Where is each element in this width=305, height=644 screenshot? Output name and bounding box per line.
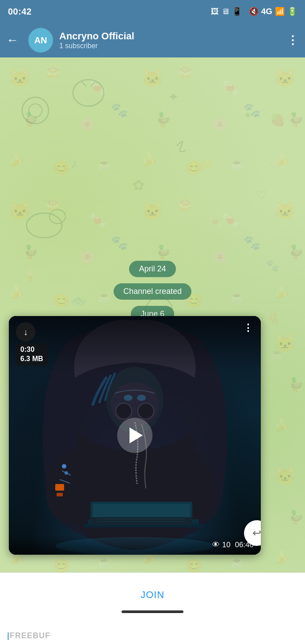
svg-point-1	[29, 104, 42, 117]
svg-point-27	[138, 403, 154, 419]
svg-text:🦴: 🦴	[265, 156, 281, 171]
mute-icon: 🔇	[249, 7, 259, 16]
join-button[interactable]: JOIN	[141, 589, 164, 601]
video-top-bar: ↓ 0:30 6.3 MB ⋮	[9, 316, 261, 372]
svg-point-0	[22, 97, 49, 124]
svg-point-35	[65, 471, 68, 475]
signal-label: 4G	[261, 7, 272, 16]
video-message[interactable]: ↓ 0:30 6.3 MB ⋮ 👁 10 06:40 ↩	[9, 316, 261, 555]
svg-text:🍬: 🍬	[208, 214, 223, 229]
svg-point-34	[62, 464, 66, 469]
svg-line-4	[91, 82, 95, 86]
svg-rect-32	[55, 484, 64, 491]
channel-created-badge: Channel created	[114, 283, 191, 300]
svg-text:✦: ✦	[168, 90, 179, 104]
play-icon	[130, 427, 143, 443]
header-info[interactable]: Ancryno Official 1 subscriber	[59, 30, 277, 50]
more-options-button[interactable]: ⋮	[283, 32, 299, 49]
svg-text:⭐: ⭐	[199, 156, 214, 171]
chat-header: ← AN Ancryno Official 1 subscriber ⋮	[0, 23, 305, 57]
download-button[interactable]: ↓	[16, 322, 35, 342]
svg-rect-40	[91, 517, 192, 525]
eye-icon: 👁	[212, 541, 220, 549]
svg-point-29	[137, 395, 146, 401]
nav-indicator	[122, 610, 183, 613]
mobile-icon: 📱	[232, 7, 242, 16]
status-icons: 🖼 🖥 📱 🔇 4G 📶 🔋	[211, 7, 297, 16]
forward-icon: ↩	[252, 527, 261, 539]
battery-icon: 🔋	[287, 7, 297, 16]
svg-text:☕: ☕	[270, 347, 285, 361]
gallery-icon: 🖼	[211, 7, 219, 16]
svg-rect-33	[57, 493, 63, 496]
channel-name: Ancryno Official	[59, 30, 277, 42]
download-icon: ↓	[23, 327, 28, 337]
video-more-button[interactable]: ⋮	[243, 322, 254, 334]
svg-text:🍓: 🍓	[270, 112, 285, 127]
svg-text:♡: ♡	[256, 188, 267, 202]
screen-icon: 🖥	[221, 7, 229, 16]
svg-text:✿: ✿	[133, 177, 145, 193]
system-messages-container: April 24 Channel created June 6	[0, 261, 305, 322]
svg-point-9	[27, 213, 62, 238]
svg-text:♪: ♪	[71, 156, 77, 171]
video-time-size: 0:30 6.3 MB	[16, 343, 48, 366]
status-bar: 00:42 🖼 🖥 📱 🔇 4G 📶 🔋	[0, 0, 305, 23]
svg-point-26	[116, 403, 132, 419]
svg-point-28	[124, 395, 133, 401]
bottom-bar: JOIN	[0, 572, 305, 617]
video-views: 👁 10	[212, 541, 231, 549]
status-time: 00:42	[8, 7, 32, 17]
watermark: |FREEBUF	[7, 631, 50, 640]
back-button[interactable]: ←	[6, 31, 22, 49]
svg-point-2	[73, 80, 104, 106]
svg-text:✦: ✦	[243, 109, 252, 122]
chat-background: ✦ ✦ 🦴 ✿ 🍬 ♡ 🍦 🐾 👻 ♪ ⭐ 🍌	[0, 57, 305, 572]
subscriber-count: 1 subscriber	[59, 42, 277, 50]
video-thumbnail[interactable]: ↓ 0:30 6.3 MB ⋮ 👁 10 06:40	[9, 316, 261, 555]
channel-avatar[interactable]: AN	[28, 28, 53, 53]
video-bottom-bar: 👁 10 06:40	[9, 535, 261, 555]
date-badge-april: April 24	[129, 261, 175, 277]
download-section: ↓ 0:30 6.3 MB	[16, 322, 48, 366]
signal-bars-icon: 📶	[275, 7, 285, 16]
svg-line-3	[82, 82, 86, 86]
play-button[interactable]	[117, 418, 152, 453]
